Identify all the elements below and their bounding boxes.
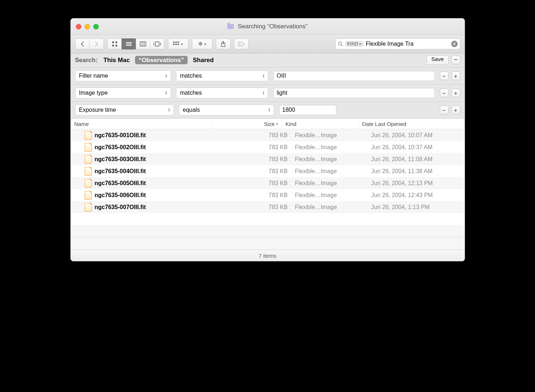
svg-rect-13 [173, 41, 175, 43]
criteria-value-input[interactable]: OIII [273, 71, 434, 81]
empty-row [71, 225, 465, 237]
svg-rect-18 [177, 44, 179, 45]
file-date: Jun 26, 2004, 12:43 PM [368, 192, 465, 199]
criteria-row: Filter name▴▾matches▴▾OIII−+ [71, 68, 465, 85]
action-button[interactable]: ✻ ▾ [192, 38, 212, 49]
column-view-button[interactable] [136, 38, 150, 49]
file-date: Jun 26, 2004, 10:07 AM [368, 132, 465, 139]
table-row[interactable]: ngc7635-007OIII.fit783 KBFlexible…ImageJ… [71, 201, 465, 213]
results-list: ngc7635-001OIII.fit783 KBFlexible…ImageJ… [71, 129, 465, 237]
criteria-operator-popup[interactable]: matches▴▾ [176, 70, 269, 81]
svg-rect-2 [112, 45, 114, 46]
window-controls [71, 24, 99, 29]
file-icon [85, 167, 92, 176]
file-icon [85, 191, 92, 200]
arrange-button[interactable]: ▾ [168, 38, 188, 49]
svg-rect-3 [115, 45, 117, 46]
remove-criteria-button[interactable]: − [440, 72, 449, 80]
forward-button[interactable] [89, 38, 104, 49]
file-date: Jun 26, 2004, 10:37 AM [368, 144, 465, 151]
file-kind: Flexible…Image [291, 180, 368, 187]
col-date[interactable]: Date Last Opened [359, 119, 465, 129]
remove-criteria-button[interactable]: − [440, 106, 449, 114]
svg-line-22 [341, 45, 343, 46]
file-icon [85, 143, 92, 152]
criteria-operator-popup[interactable]: equals▴▾ [179, 105, 274, 115]
table-row[interactable]: ngc7635-004OIII.fit783 KBFlexible…ImageJ… [71, 165, 465, 177]
close-button[interactable] [76, 24, 81, 29]
tags-button[interactable] [234, 38, 249, 49]
list-view-button[interactable] [122, 38, 136, 49]
column-header: Name Size ▾ Kind Date Last Opened [71, 119, 465, 129]
file-kind: Flexible…Image [291, 192, 368, 199]
remove-criteria-button[interactable]: − [440, 89, 449, 97]
share-button[interactable] [216, 38, 230, 49]
back-button[interactable] [75, 38, 89, 49]
file-kind: Flexible…Image [291, 204, 368, 211]
file-size: 783 KB [222, 144, 291, 151]
search-text: Flexible Image Tra [366, 41, 449, 47]
file-size: 783 KB [222, 168, 291, 175]
svg-rect-1 [115, 41, 117, 43]
scope-item[interactable]: This Mac [103, 57, 130, 64]
window-title-text: Searching “Observations” [238, 23, 308, 30]
icon-view-button[interactable] [107, 38, 122, 49]
save-search-button[interactable]: Save [426, 56, 448, 65]
folder-icon [227, 24, 234, 29]
criteria-row: Image type▴▾matches▴▾light−+ [71, 85, 465, 102]
scope-item[interactable]: “Observations” [135, 56, 188, 64]
svg-point-20 [239, 44, 240, 45]
finder-window: Searching “Observations” [70, 18, 465, 261]
file-size: 783 KB [222, 204, 291, 211]
svg-rect-15 [177, 41, 179, 43]
criteria-attribute-popup[interactable]: Image type▴▾ [75, 87, 171, 98]
remove-search-button[interactable]: − [452, 56, 460, 64]
file-kind: Flexible…Image [291, 132, 368, 139]
scope-item[interactable]: Shared [193, 57, 214, 64]
table-row[interactable]: ngc7635-006OIII.fit783 KBFlexible…ImageJ… [71, 189, 465, 201]
empty-row [71, 213, 465, 225]
file-date: Jun 26, 2004, 11:08 AM [368, 156, 465, 163]
file-icon [85, 131, 92, 140]
svg-point-21 [338, 42, 341, 45]
criteria-attribute-popup[interactable]: Filter name▴▾ [75, 70, 171, 81]
criteria-value-input[interactable]: 1800 [279, 105, 336, 115]
file-name: ngc7635-002OIII.fit [95, 144, 146, 151]
file-name: ngc7635-005OIII.fit [95, 180, 146, 187]
minimize-button[interactable] [85, 24, 90, 29]
col-name[interactable]: Name [71, 119, 213, 129]
clear-search-button[interactable]: ✕ [451, 41, 458, 47]
file-date: Jun 26, 2004, 12:13 PM [368, 180, 465, 187]
col-size[interactable]: Size ▾ [213, 119, 282, 129]
criteria-operator-popup[interactable]: matches▴▾ [176, 87, 269, 98]
file-icon [85, 179, 92, 188]
add-criteria-button[interactable]: + [452, 72, 460, 80]
file-name: ngc7635-006OIII.fit [95, 192, 146, 199]
criteria-value-input[interactable]: light [273, 88, 434, 98]
table-row[interactable]: ngc7635-001OIII.fit783 KBFlexible…ImageJ… [71, 129, 465, 141]
criteria-row: Exposure time▴▾equals▴▾1800−+ [71, 102, 465, 119]
titlebar: Searching “Observations” [71, 19, 465, 35]
toolbar: ▾ ✻ ▾ KIND Flexible Image Tra ✕ [71, 35, 465, 53]
file-kind: Flexible…Image [291, 168, 368, 175]
file-date: Jun 26, 2004, 1:13 PM [368, 204, 465, 211]
search-icon [338, 41, 343, 46]
gallery-view-button[interactable] [150, 38, 164, 49]
zoom-button[interactable] [93, 24, 99, 29]
add-criteria-button[interactable]: + [452, 106, 460, 114]
search-kind-token[interactable]: KIND [345, 41, 364, 47]
search-field[interactable]: KIND Flexible Image Tra ✕ [335, 38, 460, 49]
col-kind[interactable]: Kind [282, 119, 359, 129]
table-row[interactable]: ngc7635-002OIII.fit783 KBFlexible…ImageJ… [71, 141, 465, 153]
svg-rect-0 [112, 41, 114, 43]
criteria-attribute-popup[interactable]: Exposure time▴▾ [75, 105, 174, 115]
add-criteria-button[interactable]: + [452, 89, 460, 97]
sort-indicator-icon: ▾ [276, 122, 278, 126]
table-row[interactable]: ngc7635-005OIII.fit783 KBFlexible…ImageJ… [71, 177, 465, 189]
path-bar [71, 237, 465, 250]
table-row[interactable]: ngc7635-003OIII.fit783 KBFlexible…ImageJ… [71, 153, 465, 165]
file-size: 783 KB [222, 192, 291, 199]
gear-icon: ✻ [198, 41, 203, 47]
view-mode-group [107, 38, 164, 49]
file-name: ngc7635-007OIII.fit [95, 204, 146, 211]
